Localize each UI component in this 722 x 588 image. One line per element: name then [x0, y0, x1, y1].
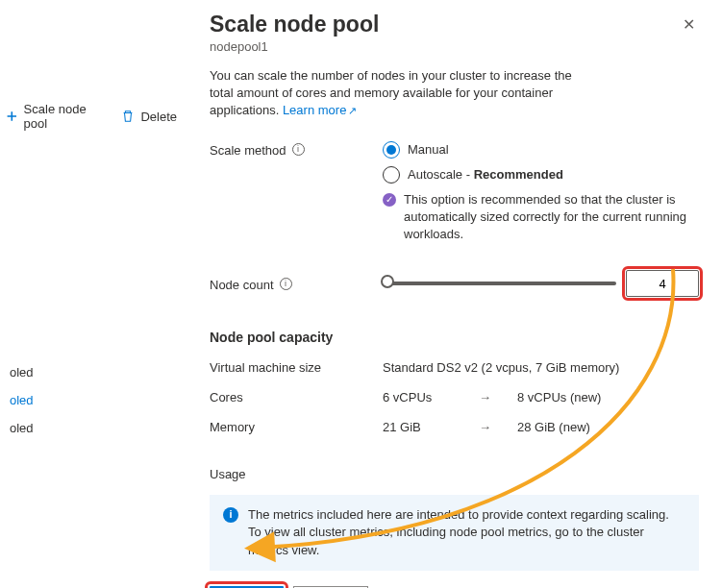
panel-description: You can scale the number of nodes in you… [210, 67, 575, 120]
info-banner-text: The metrics included here are intended t… [248, 506, 685, 559]
vm-size-value: Standard DS2 v2 (2 vcpus, 7 GiB memory) [383, 360, 619, 375]
info-banner-icon: i [223, 507, 238, 523]
list-item[interactable]: oled [10, 393, 34, 407]
node-count-input[interactable] [626, 270, 699, 297]
memory-new: 28 GiB (new) [517, 420, 590, 434]
scale-panel: Scale node pool ✕ nodepool1 You can scal… [192, 0, 722, 588]
list-item[interactable]: oled [10, 421, 34, 435]
memory-current: 21 GiB [383, 420, 479, 434]
info-icon[interactable]: i [292, 143, 305, 156]
panel-subtitle: nodepool1 [210, 39, 699, 54]
radio-manual-label: Manual [408, 142, 449, 157]
vm-size-label: Virtual machine size [210, 360, 383, 375]
delete-label: Delete [140, 110, 177, 124]
node-count-slider[interactable] [383, 282, 616, 285]
cores-new: 8 vCPUs (new) [517, 390, 601, 404]
memory-label: Memory [210, 420, 383, 434]
learn-more-link[interactable]: Learn more↗ [283, 103, 357, 117]
scale-node-pool-button[interactable]: Scale node pool [0, 98, 110, 135]
slider-thumb-icon[interactable] [381, 275, 394, 288]
info-icon[interactable]: i [280, 278, 292, 290]
arrow-right-icon: → [479, 390, 517, 404]
recommendation-note: ✓ This option is recommended so that the… [383, 191, 699, 244]
radio-selected-icon [383, 141, 400, 159]
cores-label: Cores [210, 390, 383, 404]
external-link-icon: ↗ [348, 105, 357, 116]
radio-autoscale-label: Autoscale - Recommended [408, 167, 563, 182]
radio-unselected-icon [383, 166, 400, 184]
left-nav-list: oled oled oled [10, 365, 34, 435]
info-banner: i The metrics included here are intended… [210, 495, 699, 571]
cores-current: 6 vCPUs [383, 390, 479, 404]
capacity-heading: Node pool capacity [210, 330, 699, 345]
node-count-label: Node count i [210, 276, 383, 292]
close-icon[interactable]: ✕ [679, 12, 699, 37]
panel-title: Scale node pool [210, 12, 679, 37]
trash-icon [121, 110, 135, 123]
scale-method-label: Scale method i [210, 141, 383, 244]
radio-manual[interactable]: Manual [383, 141, 699, 159]
recommended-badge-icon: ✓ [383, 193, 396, 207]
scale-icon [6, 110, 18, 123]
scale-node-pool-label: Scale node pool [24, 102, 105, 131]
arrow-right-icon: → [479, 420, 517, 434]
radio-autoscale[interactable]: Autoscale - Recommended [383, 166, 699, 184]
list-item[interactable]: oled [10, 365, 34, 380]
delete-button[interactable]: Delete [115, 106, 183, 128]
usage-heading: Usage [210, 467, 699, 481]
